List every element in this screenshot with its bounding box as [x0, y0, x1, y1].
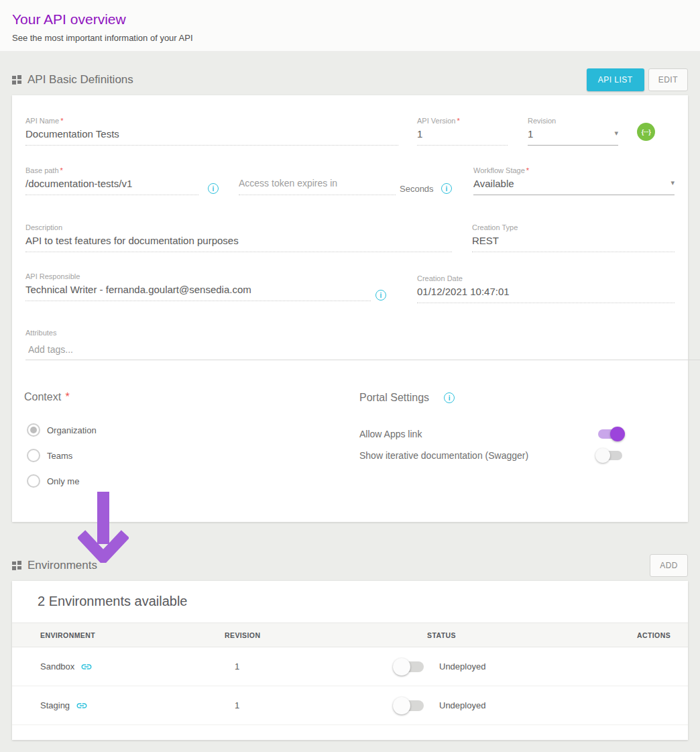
context-label: Context * [24, 391, 70, 403]
creation-date-label: Creation Date [417, 274, 675, 282]
access-token-field[interactable] [239, 177, 396, 195]
basic-definitions-header: API Basic Definitions API LIST EDIT [0, 64, 700, 95]
purple-down-arrow [78, 492, 129, 566]
allow-apps-link-label: Allow Apps link [359, 429, 422, 439]
api-responsible-field[interactable]: Technical Writer - fernanda.goulart@sens… [25, 284, 371, 301]
allow-apps-link-toggle[interactable] [595, 427, 625, 441]
api-version-field[interactable]: 1 [417, 128, 508, 146]
status-badge: Undeployed [439, 700, 485, 710]
environments-card: 2 Environments available ENVIRONMENT REV… [12, 581, 688, 740]
radio-icon[interactable] [27, 474, 40, 488]
deploy-toggle[interactable] [393, 697, 426, 714]
environments-count-title: 2 Environments available [38, 594, 187, 609]
basic-definitions-card: API Name* Documentation Tests API Versio… [12, 95, 688, 522]
add-environment-button[interactable]: ADD [650, 554, 688, 577]
revision-select[interactable]: 1▾ [528, 128, 618, 146]
page-title: Your API overview [12, 11, 126, 28]
api-version-label: API Version* [417, 117, 508, 125]
revision-label: Revision [528, 117, 618, 125]
workflow-stage-select[interactable]: Available▾ [473, 178, 675, 195]
creation-date-value: 01/12/2021 10:47:01 [417, 286, 675, 303]
info-icon[interactable]: i [441, 183, 452, 194]
edit-button[interactable]: EDIT [648, 68, 688, 91]
radio-teams[interactable]: Teams [27, 449, 72, 462]
api-name-label: API Name* [25, 117, 398, 125]
column-status: STATUS [427, 631, 637, 639]
seconds-label: Seconds [400, 184, 434, 194]
api-responsible-label: API Responsible [25, 272, 371, 280]
page-subtitle: See the most important information of yo… [12, 33, 193, 43]
chevron-down-icon[interactable]: ▾ [670, 178, 675, 188]
base-path-label: Base path* [25, 166, 198, 174]
grid-icon [12, 561, 21, 570]
table-row-sandbox: Sandbox 1 Undeployed [12, 647, 688, 686]
curly-braces-code-icon[interactable]: {···} [637, 123, 655, 141]
radio-icon[interactable] [27, 449, 40, 462]
api-overview-page: Your API overview See the most important… [0, 0, 700, 752]
column-environment: ENVIRONMENT [40, 631, 225, 639]
environment-name: Staging [40, 700, 70, 710]
page-header: Your API overview See the most important… [0, 0, 700, 51]
add-tags-input[interactable] [25, 344, 687, 355]
attributes-underline [25, 360, 700, 360]
description-field[interactable]: API to test features for documentation p… [25, 235, 452, 252]
table-row-staging: Staging 1 Undeployed [12, 686, 688, 725]
creation-type-label: Creation Type [472, 223, 675, 231]
grid-icon [12, 75, 21, 85]
show-swagger-toggle[interactable] [595, 448, 625, 463]
chevron-down-icon[interactable]: ▾ [614, 128, 618, 138]
section-title-basic-definitions: API Basic Definitions [27, 73, 133, 87]
portal-settings-label: Portal Settings [359, 392, 429, 404]
link-icon[interactable] [76, 700, 88, 712]
environment-name: Sandbox [40, 661, 74, 672]
info-icon[interactable]: i [375, 290, 386, 301]
column-revision: REVISION [225, 631, 427, 639]
radio-only-me[interactable]: Only me [27, 474, 79, 488]
status-badge: Undeployed [439, 661, 485, 672]
base-path-field[interactable]: /documentation-tests/v1 [25, 178, 198, 195]
info-icon[interactable]: i [208, 183, 219, 194]
api-name-field[interactable]: Documentation Tests [25, 128, 398, 146]
attributes-label: Attributes [25, 329, 687, 337]
show-swagger-label: Show iterative documentation (Swagger) [359, 450, 528, 461]
creation-type-value: REST [472, 235, 675, 252]
info-icon[interactable]: i [444, 392, 455, 403]
deploy-toggle[interactable] [393, 658, 426, 676]
radio-organization[interactable]: Organization [27, 423, 97, 437]
api-list-button[interactable]: API LIST [587, 68, 644, 91]
workflow-stage-label: Workflow Stage* [473, 166, 675, 174]
radio-icon[interactable] [27, 423, 40, 437]
description-label: Description [25, 223, 452, 231]
environments-table-header: ENVIRONMENT REVISION STATUS ACTIONS [12, 623, 688, 647]
access-token-input[interactable] [239, 178, 396, 189]
link-icon[interactable] [80, 661, 93, 673]
column-actions: ACTIONS [637, 631, 688, 639]
